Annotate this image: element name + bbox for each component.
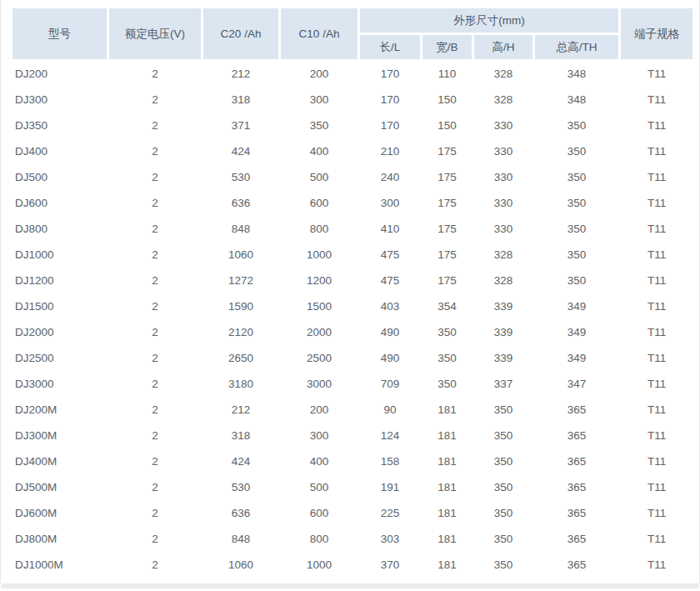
table-row: DJ800M2848800303181350365T11 <box>12 527 692 550</box>
cell-model: DJ500 <box>12 165 107 188</box>
cell-height: 330 <box>474 217 532 240</box>
cell-width: 181 <box>422 475 472 498</box>
cell-model: DJ800M <box>12 527 107 550</box>
horizontal-scrollbar[interactable] <box>1 583 699 588</box>
cell-c20: 530 <box>203 475 278 498</box>
cell-width: 175 <box>422 268 472 292</box>
cell-terminal: T11 <box>621 217 692 240</box>
cell-terminal: T11 <box>621 191 692 214</box>
cell-width: 175 <box>422 217 472 240</box>
cell-height: 350 <box>474 553 532 576</box>
cell-total_height: 350 <box>535 113 618 137</box>
cell-c10: 3000 <box>281 372 358 395</box>
cell-width: 181 <box>422 527 472 550</box>
cell-height: 328 <box>474 268 532 292</box>
cell-total_height: 347 <box>535 372 618 395</box>
cell-c10: 2000 <box>281 320 358 343</box>
cell-c10: 500 <box>281 165 358 188</box>
cell-c10: 1500 <box>281 294 358 318</box>
cell-total_height: 350 <box>535 139 618 163</box>
cell-terminal: T11 <box>621 320 692 343</box>
cell-height: 339 <box>474 320 532 343</box>
cell-c20: 318 <box>203 88 278 111</box>
cell-c20: 424 <box>203 449 278 473</box>
cell-length: 403 <box>360 294 420 318</box>
table-row: DJ3002318300170150328348T11 <box>12 88 692 111</box>
cell-voltage: 2 <box>109 191 201 214</box>
cell-c20: 848 <box>203 217 278 240</box>
cell-c20: 318 <box>203 423 278 447</box>
cell-length: 300 <box>360 191 420 214</box>
cell-c10: 350 <box>281 113 358 137</box>
cell-c10: 2500 <box>281 346 358 369</box>
cell-total_height: 350 <box>535 268 618 292</box>
table-row: DJ8002848800410175330350T11 <box>12 217 692 240</box>
cell-c20: 636 <box>203 191 278 214</box>
cell-c10: 1000 <box>281 553 358 576</box>
table-header: 型号 额定电压(V) C20 /Ah C10 /Ah 外形尺寸(mm) 端子规格… <box>12 8 692 59</box>
cell-total_height: 350 <box>535 165 618 188</box>
cell-terminal: T11 <box>621 398 692 421</box>
cell-total_height: 365 <box>535 553 618 576</box>
cell-voltage: 2 <box>109 423 201 447</box>
table-row: DJ4002424400210175330350T11 <box>12 139 692 163</box>
cell-length: 475 <box>360 268 420 292</box>
cell-voltage: 2 <box>109 113 201 137</box>
cell-model: DJ200M <box>12 398 107 421</box>
header-voltage: 额定电压(V) <box>109 8 201 59</box>
cell-width: 354 <box>422 294 472 318</box>
cell-c10: 400 <box>281 449 358 473</box>
cell-total_height: 365 <box>535 527 618 550</box>
cell-height: 350 <box>474 398 532 421</box>
cell-length: 90 <box>360 398 420 421</box>
cell-voltage: 2 <box>109 217 201 240</box>
cell-voltage: 2 <box>109 527 201 550</box>
cell-model: DJ1000M <box>12 553 107 576</box>
header-terminal: 端子规格 <box>621 8 692 59</box>
cell-width: 175 <box>422 165 472 188</box>
cell-height: 328 <box>474 62 532 85</box>
table-row: DJ1000M210601000370181350365T11 <box>12 553 692 576</box>
cell-total_height: 350 <box>535 243 618 266</box>
cell-height: 350 <box>474 449 532 473</box>
cell-height: 328 <box>474 88 532 111</box>
cell-width: 175 <box>422 191 472 214</box>
cell-length: 490 <box>360 346 420 369</box>
cell-model: DJ800 <box>12 217 107 240</box>
cell-length: 410 <box>360 217 420 240</box>
cell-length: 191 <box>360 475 420 498</box>
table-row: DJ300M2318300124181350365T11 <box>12 423 692 447</box>
cell-terminal: T11 <box>621 372 692 395</box>
cell-height: 339 <box>474 346 532 369</box>
cell-length: 170 <box>360 113 420 137</box>
cell-length: 303 <box>360 527 420 550</box>
battery-spec-table: 型号 额定电压(V) C20 /Ah C10 /Ah 外形尺寸(mm) 端子规格… <box>10 6 695 578</box>
table-row: DJ2500226502500490350339349T11 <box>12 346 692 369</box>
cell-width: 350 <box>422 346 472 369</box>
cell-terminal: T11 <box>621 449 692 473</box>
cell-model: DJ1200 <box>12 268 107 292</box>
cell-c20: 848 <box>203 527 278 550</box>
cell-length: 475 <box>360 243 420 266</box>
cell-length: 240 <box>360 165 420 188</box>
cell-model: DJ1000 <box>12 243 107 266</box>
cell-c20: 2120 <box>203 320 278 343</box>
cell-model: DJ300M <box>12 423 107 447</box>
cell-model: DJ400 <box>12 139 107 163</box>
cell-height: 330 <box>474 113 532 137</box>
cell-voltage: 2 <box>109 501 201 524</box>
cell-c10: 300 <box>281 88 358 111</box>
cell-c10: 800 <box>281 527 358 550</box>
cell-c20: 2650 <box>203 346 278 369</box>
cell-c10: 1200 <box>281 268 358 292</box>
cell-model: DJ600M <box>12 501 107 524</box>
cell-voltage: 2 <box>109 398 201 421</box>
cell-model: DJ2500 <box>12 346 107 369</box>
cell-voltage: 2 <box>109 139 201 163</box>
table-row: DJ1000210601000475175328350T11 <box>12 243 692 266</box>
cell-voltage: 2 <box>109 553 201 576</box>
cell-width: 150 <box>422 88 472 111</box>
cell-width: 175 <box>422 139 472 163</box>
cell-terminal: T11 <box>621 527 692 550</box>
cell-total_height: 349 <box>535 346 618 369</box>
